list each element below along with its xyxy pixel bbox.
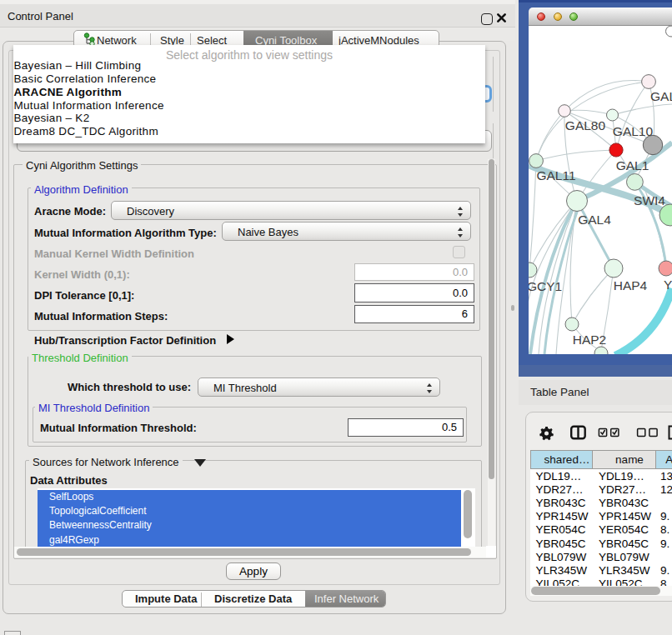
svg-text:HAP2: HAP2: [573, 332, 607, 347]
svg-text:GAL80: GAL80: [565, 118, 606, 132]
svg-text:GAL1: GAL1: [616, 158, 649, 172]
svg-text:GAL: GAL: [650, 89, 672, 103]
svg-text:GAL4: GAL4: [578, 212, 611, 227]
svg-text:SWI4: SWI4: [634, 193, 665, 208]
svg-text:GAL11: GAL11: [536, 168, 575, 182]
svg-text:Y: Y: [664, 278, 672, 292]
svg-text:GAL10: GAL10: [613, 124, 654, 138]
svg-text:HAP4: HAP4: [614, 278, 648, 292]
svg-text:GCY1: GCY1: [529, 279, 562, 293]
